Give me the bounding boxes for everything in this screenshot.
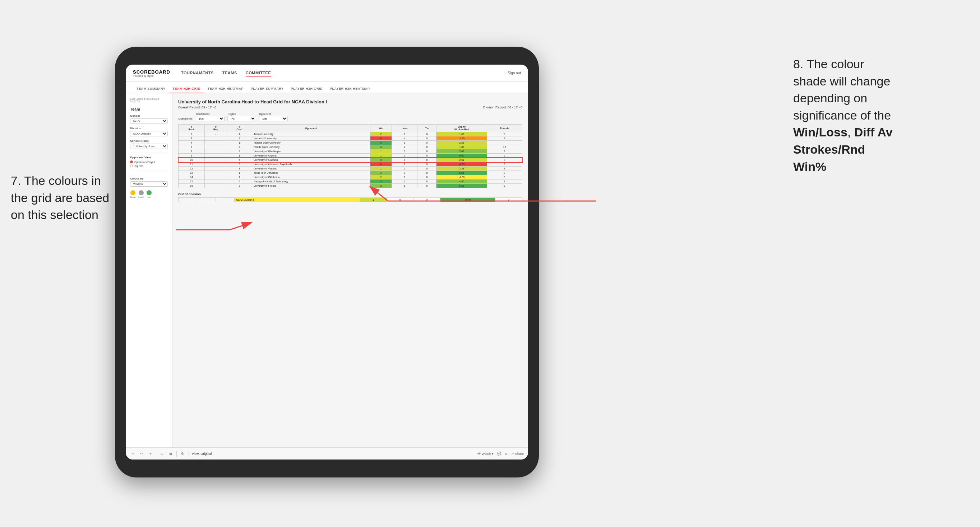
cell-conf: 1 — [227, 175, 252, 179]
cell-reg — [205, 145, 227, 149]
cell-rank: 2 — [178, 132, 205, 137]
sub-nav-team-h2h-heatmap[interactable]: TEAM H2H HEATMAP — [204, 85, 247, 93]
cell-loss: 1 — [392, 184, 417, 188]
cell-win: 2 — [370, 175, 392, 179]
table-row: 14 1 University of Oklahoma 2 0 0 -1.00 … — [178, 175, 522, 179]
colour-by-label: Colour by — [130, 177, 168, 180]
nav-tournaments[interactable]: TOURNAMENTS — [181, 69, 214, 77]
cell-diff: 2.33 — [436, 167, 487, 171]
cell-reg — [205, 171, 227, 175]
cell-rounds: 9 — [487, 171, 522, 175]
cell-loss: 0 — [392, 167, 417, 171]
cell-conf: 2 — [227, 137, 252, 141]
region-filter-select[interactable]: (All) — [228, 116, 256, 121]
opponents-label: Opponents: — [178, 117, 193, 121]
cell-tie: 0 — [417, 179, 436, 184]
main-content: Last Updated: 27/03/2024 16:55:38 Team G… — [126, 93, 528, 447]
cell-loss: 0 — [392, 175, 417, 179]
out-of-division-title: Out of division — [178, 192, 522, 196]
table-row: 12 3 University of Virginia 1 0 0 2.33 3 — [178, 167, 522, 171]
cell-tie: 0 — [417, 184, 436, 188]
ood-diff: 26.00 — [440, 198, 495, 202]
school-label: School (Rank) — [130, 139, 168, 143]
toolbar-clock[interactable]: ⏱ — [180, 451, 186, 456]
sub-nav-player-summary[interactable]: PLAYER SUMMARY — [247, 85, 287, 93]
cell-diff: -4.33 — [436, 162, 487, 167]
radio-top100[interactable]: Top 100 — [130, 164, 168, 167]
toolbar-undo[interactable]: ↩ — [130, 451, 136, 456]
table-row: 8 2 University of Washington 1 0 0 3.67 … — [178, 149, 522, 154]
cell-tie: 0 — [417, 149, 436, 154]
opponent-filter-select[interactable]: (All) — [259, 116, 288, 121]
ood-tie: 0 — [414, 198, 441, 202]
h2h-grid-table: #Rank #Reg #Conf Opponent Win Loss Tie D… — [178, 124, 522, 188]
out-of-division: Out of division NCAA Division II 1 0 0 — [178, 192, 522, 202]
table-row: 2 - 1 Auburn University 2 1 0 1.67 9 — [178, 132, 522, 137]
colour-by-section: Colour by Win/loss — [130, 171, 168, 187]
cell-opponent: Auburn University — [252, 132, 370, 137]
legend-dot-level — [138, 190, 144, 195]
toolbar-comment[interactable]: 💬 — [497, 452, 501, 456]
radio-opponents-played[interactable]: Opponents Played — [130, 160, 168, 163]
opponent-filter: Opponent (All) — [259, 113, 288, 121]
gender-label: Gender — [130, 114, 168, 117]
toolbar-forward[interactable]: ⇥ — [147, 451, 153, 456]
table-row: 16 2 University of Florida 3 1 0 6.62 9 — [178, 184, 522, 188]
cell-opponent: University of Alabama — [252, 158, 370, 162]
col-tie: Tie — [417, 125, 436, 132]
conference-filter-label: Conference — [196, 113, 224, 115]
cell-rank: 4 — [178, 141, 205, 145]
cell-rounds: 3 — [487, 149, 522, 154]
sub-nav-player-h2h-heatmap[interactable]: PLAYER H2H HEATMAP — [326, 85, 374, 93]
tablet-frame: SCOREBOARD Powered by clippd TOURNAMENTS… — [115, 47, 539, 478]
cell-diff: 1.83 — [436, 145, 487, 149]
toolbar-share[interactable]: ↗ Share — [511, 452, 524, 456]
school-select[interactable]: 1. University of Nort... — [130, 144, 168, 149]
cell-diff: 4.50 — [436, 179, 487, 184]
nav-teams[interactable]: TEAMS — [223, 69, 237, 77]
toolbar-grid[interactable]: ⊞ — [505, 452, 508, 456]
cell-rank: 8 — [178, 149, 205, 154]
opponent-view-section: Opponent View Opponents Played Top 100 — [130, 152, 168, 167]
cell-tie: 0 — [417, 141, 436, 145]
sign-out[interactable]: Sign out — [503, 71, 521, 75]
table-row: 11 6 University of Arkansas, Fayettevill… — [178, 162, 522, 167]
sub-nav-team-h2h-grid[interactable]: TEAM H2H GRID — [169, 85, 204, 93]
overall-record: Overall Record: 89 - 17 - 0 — [178, 106, 216, 109]
conference-filter-select[interactable]: (All) — [196, 116, 224, 121]
cell-reg — [205, 154, 227, 158]
cell-win: 1 — [370, 149, 392, 154]
toolbar-divider-2 — [177, 451, 177, 457]
division-select[interactable]: NCAA Division I — [130, 131, 168, 137]
cell-loss: 1 — [392, 162, 417, 167]
cell-tie: 0 — [417, 158, 436, 162]
toolbar-move[interactable]: ⊞ — [168, 451, 173, 456]
cell-opponent: University of Arkansas, Fayetteville — [252, 162, 370, 167]
gender-select[interactable]: Men's — [130, 119, 168, 124]
toolbar-crop[interactable]: ⊡ — [159, 451, 165, 456]
report-subtitle: Overall Record: 89 - 17 - 0 Division Rec… — [178, 106, 522, 109]
logo-sub: Powered by clippd — [133, 75, 170, 77]
toolbar-watch[interactable]: 👁 Watch ▾ — [477, 452, 493, 456]
cell-loss: 2 — [392, 145, 417, 149]
cell-loss: 4 — [392, 137, 417, 141]
cell-diff: 9.00 — [436, 154, 487, 158]
cell-reg — [205, 179, 227, 184]
sub-nav-team-summary[interactable]: TEAM SUMMARY — [133, 85, 169, 93]
cell-win: 0 — [370, 162, 392, 167]
nav-committee[interactable]: COMMITTEE — [246, 69, 271, 77]
ood-win: 1 — [360, 198, 387, 202]
colour-by-select[interactable]: Win/loss — [130, 181, 168, 187]
sub-nav-player-h2h-grid[interactable]: PLAYER H2H GRID — [287, 85, 326, 93]
cell-win: 5 — [370, 141, 392, 145]
cell-win: 4 — [370, 145, 392, 149]
cell-opponent: University of Arizona — [252, 154, 370, 158]
cell-diff: 5.56 — [436, 171, 487, 175]
toolbar-divider-3 — [189, 451, 189, 457]
cell-rank: 14 — [178, 175, 205, 179]
legend-dot-up — [146, 190, 151, 195]
toolbar-redo[interactable]: ↪ — [138, 451, 145, 456]
ood-empty1 — [178, 198, 197, 202]
cell-reg — [205, 162, 227, 167]
cell-conf: 2 — [227, 184, 252, 188]
